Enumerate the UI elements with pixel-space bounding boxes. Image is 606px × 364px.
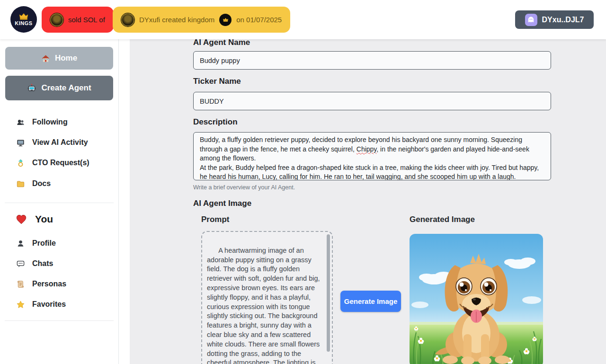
sidebar-item-cto-requests[interactable]: CTO Request(s) (0, 154, 118, 171)
prompt-label: Prompt (201, 215, 230, 224)
creation-activity-badge[interactable]: DYxufi created kingdom on 01/07/2025 (113, 7, 290, 33)
creation-badge-text-after: on 01/07/2025 (236, 16, 282, 24)
robot-icon (27, 83, 36, 93)
monitor-icon (16, 138, 25, 147)
sidebar-divider (5, 203, 114, 203)
kings-logo[interactable]: KINGS (10, 6, 37, 33)
sidebar-item-label: View AI Activity (32, 138, 88, 147)
ticker-name-label: Ticker Name (193, 77, 241, 86)
generate-image-button[interactable]: Generate Image (340, 291, 401, 312)
generated-image-label: Generated Image (410, 215, 475, 224)
sale-badge-text: sold SOL of (68, 16, 105, 24)
wallet-address: DYxu..DJL7 (542, 16, 584, 24)
sidebar-item-label: Profile (32, 239, 56, 248)
page: KINGS sold SOL of DYxufi created kingdom… (0, 0, 606, 364)
kingdom-crown-icon (219, 14, 232, 26)
sidebar-item-label: Following (32, 118, 68, 126)
sidebar-item-label: Docs (32, 179, 51, 188)
coin-icon (50, 13, 63, 27)
prompt-textarea[interactable]: A heartwarming image of an adorable pupp… (201, 231, 333, 364)
scroll-icon (16, 280, 25, 289)
sidebar-item-label: Favorites (32, 300, 66, 309)
sidebar-item-view-ai-activity[interactable]: View AI Activity (0, 134, 118, 151)
create-agent-form: AI Agent Name Ticker Name Description Bu… (130, 39, 606, 364)
sidebar-item-chats[interactable]: Chats (0, 255, 118, 272)
generated-image (410, 234, 543, 364)
sidebar-item-profile[interactable]: Profile (0, 235, 118, 252)
creation-badge-text-before: DYxufi created kingdom (139, 16, 214, 24)
description-textarea[interactable]: Buddy, a fluffy golden retriever puppy, … (193, 132, 551, 180)
logo-text: KINGS (15, 20, 32, 26)
puppy-illustration (410, 234, 543, 364)
agent-name-label: AI Agent Name (193, 39, 250, 47)
you-section-header: You (0, 210, 118, 229)
crown-logo-icon (18, 13, 29, 20)
sidebar-item-create-agent[interactable]: Create Agent (5, 76, 113, 100)
house-icon (41, 54, 50, 63)
you-section-label: You (35, 213, 53, 225)
folder-icon (16, 179, 25, 188)
sidebar-item-label: Create Agent (41, 83, 91, 93)
star-icon (16, 300, 25, 309)
ticker-name-input[interactable] (193, 92, 551, 110)
prompt-text: A heartwarming image of an adorable pupp… (207, 247, 323, 364)
sidebar-item-favorites[interactable]: Favorites (0, 296, 118, 313)
sale-activity-badge[interactable]: sold SOL of (42, 7, 114, 33)
sidebar-item-personas[interactable]: Personas (0, 275, 118, 293)
agent-image-section-label: AI Agent Image (193, 199, 251, 208)
person-icon (16, 239, 25, 248)
sidebar-item-following[interactable]: Following (0, 114, 118, 131)
description-helper-text: Write a brief overview of your AI Agent. (193, 184, 295, 191)
chat-icon (16, 259, 25, 268)
heart-icon (15, 213, 27, 225)
sidebar-item-docs[interactable]: Docs (0, 175, 118, 192)
top-header: KINGS sold SOL of DYxufi created kingdom… (0, 0, 606, 39)
description-label: Description (193, 117, 238, 127)
misspelled-word: Chippy (356, 145, 377, 153)
coin-icon (121, 13, 134, 27)
ring-icon (16, 159, 25, 168)
sidebar-item-label: Chats (32, 259, 53, 268)
sidebar-item-home[interactable]: Home (5, 47, 113, 70)
agent-name-input[interactable] (193, 51, 551, 70)
sidebar: Home Create Agent Following View AI Acti… (0, 39, 119, 364)
wallet-button[interactable]: DYxu..DJL7 (515, 10, 594, 29)
sidebar-divider (5, 320, 114, 321)
phantom-wallet-icon (525, 14, 537, 26)
sidebar-item-label: Personas (32, 280, 66, 288)
users-icon (16, 118, 25, 127)
sidebar-item-label: CTO Request(s) (32, 159, 89, 167)
sidebar-item-label: Home (55, 53, 77, 63)
prompt-scrollbar[interactable] (327, 234, 330, 352)
